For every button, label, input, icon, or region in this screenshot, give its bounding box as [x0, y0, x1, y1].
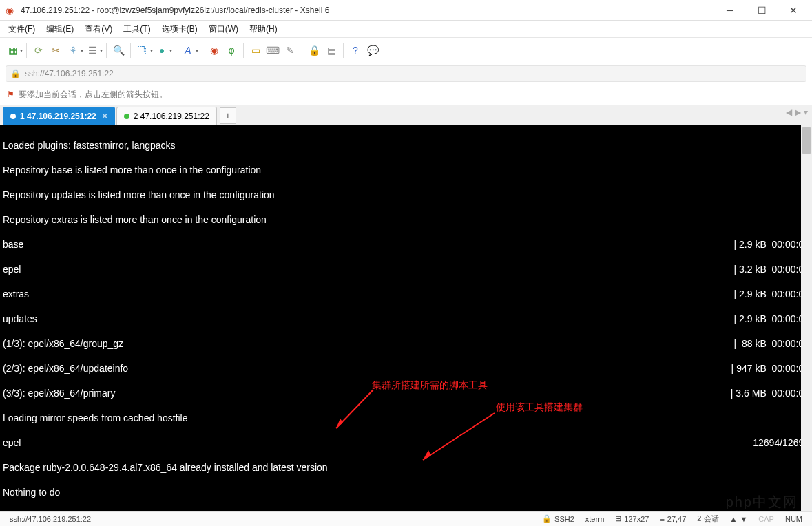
tab-label: 1 47.106.219.251:22 [20, 112, 96, 121]
minimize-button[interactable]: ─ [714, 0, 746, 21]
address-input[interactable]: 🔒 ssh://47.106.219.251:22 [6, 65, 806, 82]
lock-status-icon: 🔒 [10, 69, 21, 78]
search-icon[interactable]: 🔍 [110, 42, 127, 59]
terminal-line: Package ruby-2.0.0.648-29.4.al7.x86_64 a… [3, 461, 809, 474]
reconnect-icon[interactable]: ⟳ [30, 42, 47, 59]
grid-icon: ⊞ [615, 514, 621, 523]
status-pos: ≡27,47 [654, 515, 691, 523]
status-dot-icon [124, 114, 129, 119]
status-address: ssh://47.106.219.251:22 [4, 515, 537, 523]
status-size: ⊞127x27 [610, 514, 654, 523]
cursor-icon: ≡ [660, 515, 664, 523]
titlebar: ◉ 47.106.219.251:22 - root@izwz9ef5sjam9… [0, 0, 812, 21]
menu-view[interactable]: 查看(V) [81, 22, 116, 36]
tab-strip: 1 47.106.219.251:22 ✕ 2 47.106.219.251:2… [0, 105, 812, 125]
app-icon: ◉ [6, 5, 17, 16]
tab-menu-icon[interactable]: ▾ [804, 107, 808, 117]
chat-icon[interactable]: 💬 [364, 42, 381, 59]
toolbar: ▦▾ ⟳ ✂ ⚘▾ ☰▾ 🔍 ⿻▾ ●▾ A▾ ◉ φ ▭ ⌨ ✎ 🔒 ▤ ? … [0, 37, 812, 63]
status-icons: ▲▼ [725, 515, 753, 523]
terminal-line: Loading mirror speeds from cached hostfi… [3, 412, 809, 424]
terminal-line: extras| 2.9 kB 00:00:00 [3, 288, 809, 300]
terminal-line: (2/3): epel/x86_64/updateinfo| 947 kB 00… [3, 362, 809, 375]
terminal-line: Loaded plugins: fastestmirror, langpacks [3, 139, 809, 151]
script-icon[interactable]: ✎ [282, 42, 298, 59]
menu-edit[interactable]: 编辑(E) [42, 22, 78, 36]
address-bar: 🔒 ssh://47.106.219.251:22 [0, 63, 812, 84]
status-ssh: 🔒SSH2 [537, 514, 580, 523]
tab-add-button[interactable]: + [220, 107, 236, 124]
xftp-icon[interactable]: φ [223, 42, 240, 59]
up-icon: ▲ [730, 515, 738, 523]
lock-icon[interactable]: 🔒 [306, 42, 322, 59]
tab-session-2[interactable]: 2 47.106.219.251:22 [116, 107, 217, 125]
tab-next-icon[interactable]: ▶ [795, 107, 801, 117]
terminal-line: updates| 2.9 kB 00:00:00 [3, 313, 809, 325]
down-icon: ▼ [740, 515, 747, 523]
profile-icon[interactable]: ⚘ [65, 42, 81, 59]
tab-session-1[interactable]: 1 47.106.219.251:22 ✕ [3, 107, 115, 125]
tab-close-icon[interactable]: ✕ [102, 112, 107, 120]
address-text: ssh://47.106.219.251:22 [25, 69, 114, 78]
font-icon[interactable]: A [180, 42, 196, 59]
terminal-line: Repository base is listed more than once… [3, 164, 809, 176]
svg-marker-3 [423, 450, 431, 460]
menu-file[interactable]: 文件(F) [4, 22, 39, 36]
terminal-line: Repository extras is listed more than on… [3, 213, 809, 226]
status-cap: CAP [753, 515, 780, 523]
menu-window[interactable]: 窗口(W) [205, 22, 242, 36]
menu-help[interactable]: 帮助(H) [245, 22, 282, 36]
tab-prev-icon[interactable]: ◀ [786, 107, 792, 117]
copy-icon[interactable]: ⿻ [134, 42, 151, 59]
maximize-button[interactable]: ☐ [746, 0, 778, 21]
close-button[interactable]: ✕ [778, 0, 809, 21]
window-controls: ─ ☐ ✕ [714, 0, 809, 21]
tab-label: 2 47.106.219.251:22 [134, 112, 209, 121]
status-dot-icon [10, 114, 16, 119]
menu-tools[interactable]: 工具(T) [119, 22, 154, 36]
folder-icon[interactable]: ▭ [247, 42, 264, 59]
props-icon[interactable]: ☰ [84, 42, 101, 59]
scrollbar[interactable] [801, 125, 812, 511]
lock-icon: 🔒 [542, 514, 552, 523]
terminal-line: epel| 3.2 kB 00:00:00 [3, 263, 809, 275]
terminal[interactable]: Loaded plugins: fastestmirror, langpacks… [0, 125, 812, 511]
tab-nav: ◀ ▶ ▾ [786, 107, 808, 117]
terminal-line: base| 2.9 kB 00:00:00 [3, 238, 809, 251]
menubar: 文件(F) 编辑(E) 查看(V) 工具(T) 选项卡(B) 窗口(W) 帮助(… [0, 21, 812, 37]
statusbar: ssh://47.106.219.251:22 🔒SSH2 xterm ⊞127… [0, 511, 812, 526]
flag-icon: ⚑ [7, 90, 14, 99]
globe-icon[interactable]: ● [154, 42, 170, 59]
help-icon[interactable]: ? [347, 42, 364, 59]
hint-bar: ⚑ 要添加当前会话，点击左侧的箭头按钮。 [0, 84, 812, 105]
new-session-icon[interactable]: ▦ [4, 42, 21, 59]
menu-tabs[interactable]: 选项卡(B) [158, 22, 202, 36]
status-sessions: 2 会话 [691, 514, 724, 524]
terminal-line: Repository updates is listed more than o… [3, 189, 809, 201]
terminal-line: (1/3): epel/x86_64/group_gz| 88 kB 00:00… [3, 337, 809, 350]
window-title: 47.106.219.251:22 - root@izwz9ef5sjam9pv… [21, 6, 714, 15]
watermark: php中文网 [726, 496, 798, 508]
keyboard-icon[interactable]: ⌨ [264, 42, 281, 59]
status-num: NUM [780, 515, 808, 523]
scrollbar-thumb[interactable] [802, 127, 811, 154]
terminal-line: (3/3): epel/x86_64/primary| 3.6 MB 00:00… [3, 387, 809, 399]
layout-icon[interactable]: ▤ [323, 42, 340, 59]
terminal-line: Nothing to do [3, 486, 809, 498]
hint-text: 要添加当前会话，点击左侧的箭头按钮。 [19, 89, 167, 101]
disconnect-icon[interactable]: ✂ [48, 42, 64, 59]
xshell-icon[interactable]: ◉ [206, 42, 222, 59]
status-term: xterm [580, 515, 610, 523]
terminal-line: epel12694/12694 [3, 436, 809, 449]
